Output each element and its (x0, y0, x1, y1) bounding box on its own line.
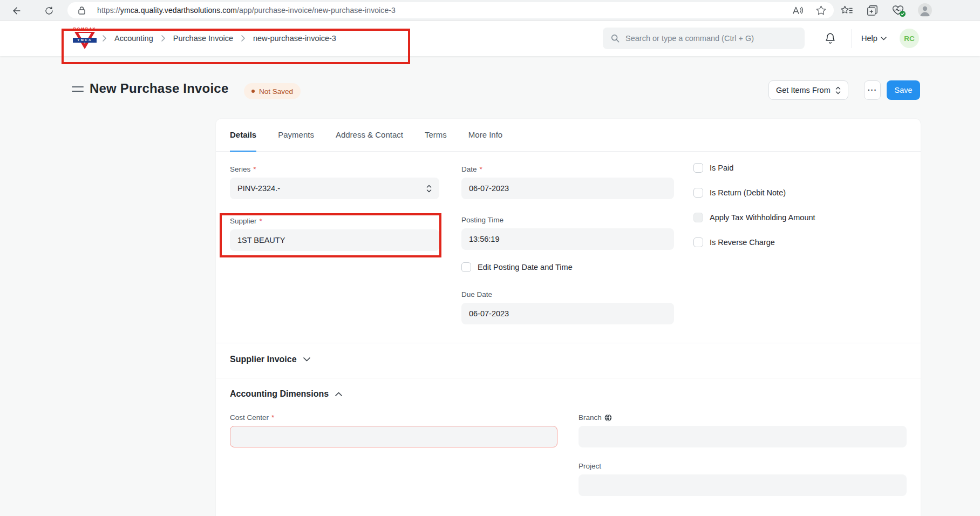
global-search-input[interactable]: Search or type a command (Ctrl + G) (603, 28, 805, 49)
is-reverse-charge-checkbox[interactable] (693, 237, 703, 247)
chevron-down-icon (881, 37, 887, 40)
purchase-invoice-form-card: Details Payments Address & Contact Terms… (216, 119, 921, 516)
help-menu-button[interactable]: Help (861, 21, 887, 56)
due-date-value: 06-07-2023 (469, 309, 509, 318)
accounting-dimensions-section-header[interactable]: Accounting Dimensions (230, 389, 342, 399)
lock-icon (78, 6, 85, 15)
more-options-label: ··· (868, 86, 877, 94)
edit-posting-checkbox-row[interactable]: Edit Posting Date and Time (461, 262, 573, 272)
is-return-checkbox[interactable] (693, 188, 703, 198)
branch-field: Branch (579, 413, 907, 447)
url-text: https://ymca.quality.vedarthsolutions.co… (97, 6, 396, 15)
chevron-up-icon (335, 392, 342, 396)
branch-label: Branch (579, 413, 907, 422)
globe-icon (604, 414, 612, 422)
status-badge-label: Not Saved (259, 87, 293, 96)
logo-text-ymca: YMCA (73, 38, 97, 43)
user-avatar[interactable]: RC (900, 29, 919, 48)
branch-input[interactable] (579, 426, 907, 447)
search-icon (611, 34, 620, 43)
chevron-right-icon (103, 35, 106, 42)
tab-terms[interactable]: Terms (425, 119, 447, 152)
avatar-initials: RC (904, 35, 915, 43)
tab-address-contact[interactable]: Address & Contact (336, 119, 403, 152)
browser-profile-avatar[interactable] (918, 3, 932, 17)
address-bar[interactable]: https://ymca.quality.vedarthsolutions.co… (67, 2, 834, 18)
select-chevrons-icon (835, 86, 841, 94)
collections-icon[interactable] (867, 5, 878, 16)
back-arrow-icon (11, 5, 22, 16)
save-button[interactable]: Save (887, 80, 920, 100)
refresh-icon (44, 6, 54, 16)
edit-posting-checkbox[interactable] (461, 262, 471, 272)
supplier-label: Supplier* (230, 217, 439, 225)
is-paid-checkbox[interactable] (693, 163, 703, 173)
help-label: Help (861, 34, 877, 43)
browser-refresh-button[interactable] (42, 4, 56, 18)
due-date-label: Due Date (461, 290, 674, 298)
notifications-bell-button[interactable] (825, 32, 836, 44)
due-date-input[interactable]: 06-07-2023 (461, 303, 674, 324)
is-return-checkbox-row[interactable]: Is Return (Debit Note) (693, 188, 786, 198)
person-icon (918, 3, 932, 17)
date-input[interactable]: 06-07-2023 (461, 178, 674, 199)
cost-center-input[interactable] (230, 426, 557, 447)
apply-tax-withholding-checkbox-row: Apply Tax Withholding Amount (693, 213, 815, 222)
due-date-field: Due Date 06-07-2023 (461, 290, 674, 324)
is-reverse-charge-checkbox-row[interactable]: Is Reverse Charge (693, 237, 775, 247)
supplier-value: 1ST BEAUTY (237, 236, 285, 245)
browser-back-button[interactable] (10, 4, 24, 18)
tab-details[interactable]: Details (230, 119, 256, 152)
tab-more-info[interactable]: More Info (468, 119, 502, 152)
series-label: Series* (230, 165, 439, 173)
save-button-label: Save (894, 86, 912, 94)
breadcrumb: Accounting Purchase Invoice new-purchase… (103, 21, 336, 56)
posting-time-value: 13:56:19 (469, 235, 499, 243)
logo-text-bombay: BOMBAY (73, 26, 97, 31)
supplier-input[interactable]: 1ST BEAUTY (230, 229, 439, 251)
date-label: Date* (461, 165, 674, 173)
cost-center-label: Cost Center* (230, 413, 557, 422)
search-placeholder: Search or type a command (Ctrl + G) (625, 34, 754, 43)
breadcrumb-purchase-invoice[interactable]: Purchase Invoice (173, 34, 233, 43)
app-header: BOMBAY YMCA Accounting Purchase Invoice … (0, 21, 980, 56)
apply-tax-withholding-checkbox (693, 213, 703, 222)
favorite-star-icon[interactable] (816, 5, 826, 15)
get-items-from-label: Get Items From (776, 86, 831, 94)
supplier-invoice-section-header[interactable]: Supplier Invoice (230, 355, 310, 364)
breadcrumb-accounting[interactable]: Accounting (114, 34, 153, 43)
tab-payments[interactable]: Payments (278, 119, 314, 152)
edit-posting-label: Edit Posting Date and Time (478, 263, 573, 271)
is-return-label: Is Return (Debit Note) (710, 188, 786, 197)
supplier-field: Supplier* 1ST BEAUTY (230, 217, 439, 251)
breadcrumb-current-doc[interactable]: new-purchase-invoice-3 (253, 34, 336, 43)
select-chevrons-icon (426, 185, 432, 193)
apply-tax-withholding-label: Apply Tax Withholding Amount (710, 213, 815, 222)
browser-essentials-icon[interactable] (892, 5, 904, 16)
ymca-logo[interactable]: BOMBAY YMCA (73, 26, 97, 51)
more-options-button[interactable]: ··· (864, 80, 881, 100)
project-label: Project (579, 462, 907, 470)
posting-time-field: Posting Time 13:56:19 (461, 216, 674, 250)
status-badge: Not Saved (244, 83, 301, 99)
browser-toolbar: https://ymca.quality.vedarthsolutions.co… (0, 0, 980, 21)
chevron-down-icon (303, 357, 310, 362)
bell-icon (825, 32, 836, 44)
project-field: Project (579, 462, 907, 496)
date-value: 06-07-2023 (469, 184, 509, 193)
posting-time-input[interactable]: 13:56:19 (461, 228, 674, 250)
series-select[interactable]: PINV-2324.- (230, 178, 439, 199)
sidebar-toggle-button[interactable] (72, 86, 84, 92)
read-aloud-icon[interactable] (792, 6, 803, 15)
project-input[interactable] (579, 474, 907, 496)
is-reverse-charge-label: Is Reverse Charge (710, 238, 775, 247)
get-items-from-button[interactable]: Get Items From (768, 80, 848, 100)
favorites-bar-icon[interactable] (841, 5, 853, 16)
header-divider (852, 29, 852, 48)
chevron-right-icon (241, 35, 245, 42)
section-divider (216, 378, 921, 378)
page-title: New Purchase Invoice (90, 81, 228, 96)
status-dot-icon (251, 90, 255, 93)
date-field: Date* 06-07-2023 (461, 165, 674, 199)
is-paid-checkbox-row[interactable]: Is Paid (693, 163, 733, 173)
